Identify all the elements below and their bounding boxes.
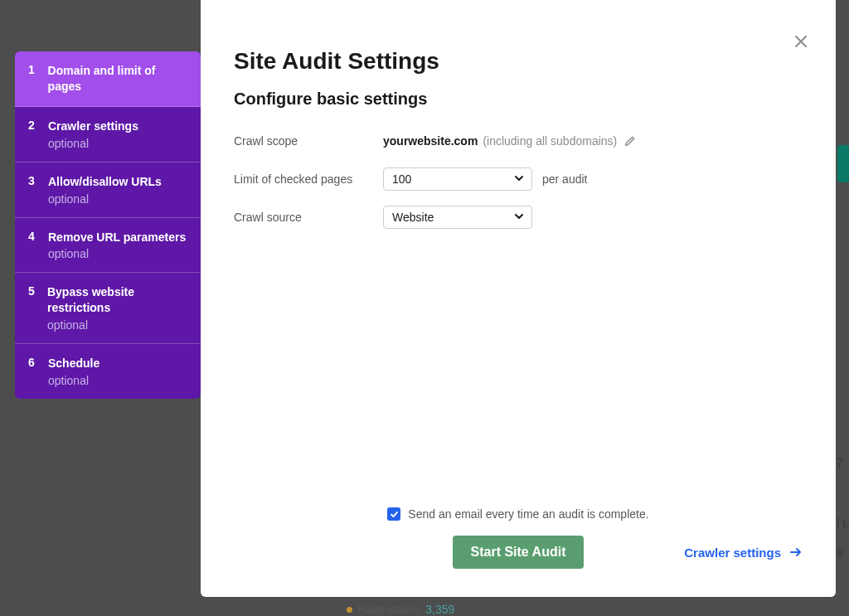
- step-number: 4: [28, 230, 38, 243]
- email-checkbox[interactable]: [387, 507, 400, 521]
- sidebar-item-bypass-restrictions[interactable]: 5 Bypass website restrictions optional: [15, 273, 201, 344]
- start-site-audit-button[interactable]: Start Site Audit: [453, 536, 585, 569]
- step-number: 6: [28, 356, 38, 369]
- sidebar-item-remove-url-params[interactable]: 4 Remove URL parameters optional: [15, 218, 201, 274]
- step-subtitle: optional: [48, 374, 99, 387]
- modal-footer: Send an email every time an audit is com…: [201, 507, 836, 597]
- background-right-text: 7 l L 8: [837, 448, 849, 569]
- sidebar-item-domain-limit[interactable]: 1 Domain and limit of pages: [15, 51, 201, 107]
- step-number: 2: [28, 119, 38, 132]
- close-icon: [793, 33, 809, 50]
- background-have-issues: Have issues 3,359: [347, 603, 454, 616]
- crawl-scope-value: yourwebsite.com: [383, 134, 478, 148]
- crawl-source-select[interactable]: Website: [383, 206, 532, 229]
- step-title: Crawler settings: [48, 119, 138, 134]
- modal-body: Site Audit Settings Configure basic sett…: [201, 0, 836, 507]
- step-subtitle: optional: [48, 247, 186, 260]
- email-checkbox-label: Send an email every time an audit is com…: [408, 507, 648, 521]
- step-title: Schedule: [48, 356, 99, 371]
- sidebar-item-schedule[interactable]: 6 Schedule optional: [15, 344, 201, 399]
- edit-crawl-scope-button[interactable]: [623, 135, 636, 148]
- step-title: Domain and limit of pages: [48, 63, 187, 95]
- crawl-scope-note: (including all subdomains): [483, 134, 617, 148]
- checkmark-icon: [390, 510, 399, 519]
- crawl-source-label: Crawl source: [234, 211, 383, 224]
- crawl-source-row: Crawl source Website: [234, 206, 803, 229]
- crawl-scope-row: Crawl scope yourwebsite.com (including a…: [234, 129, 803, 153]
- sidebar-item-crawler-settings[interactable]: 2 Crawler settings optional: [15, 107, 201, 162]
- limit-suffix: per audit: [542, 172, 587, 186]
- modal-title: Site Audit Settings: [234, 48, 803, 75]
- step-title: Bypass website restrictions: [47, 284, 187, 316]
- close-button[interactable]: [793, 33, 809, 50]
- sidebar-item-allow-disallow[interactable]: 3 Allow/disallow URLs optional: [15, 162, 201, 218]
- limit-row: Limit of checked pages 100 per audit: [234, 167, 803, 191]
- crawl-scope-label: Crawl scope: [234, 134, 383, 148]
- crawler-settings-link[interactable]: Crawler settings: [684, 546, 803, 560]
- step-number: 1: [28, 63, 38, 76]
- pencil-icon: [623, 135, 636, 148]
- arrow-right-icon: [789, 546, 803, 559]
- step-title: Allow/disallow URLs: [48, 174, 162, 190]
- limit-select-value: 100: [392, 172, 411, 186]
- step-title: Remove URL parameters: [48, 230, 186, 245]
- step-subtitle: optional: [48, 192, 162, 206]
- settings-modal: Site Audit Settings Configure basic sett…: [201, 0, 836, 597]
- limit-label: Limit of checked pages: [234, 172, 383, 186]
- email-checkbox-row: Send an email every time an audit is com…: [234, 507, 803, 521]
- crawler-settings-link-label: Crawler settings: [684, 546, 781, 560]
- limit-select[interactable]: 100: [383, 167, 532, 191]
- step-subtitle: optional: [47, 318, 187, 332]
- background-strip: [837, 145, 849, 182]
- step-number: 5: [28, 284, 37, 298]
- modal-subtitle: Configure basic settings: [234, 90, 803, 109]
- step-subtitle: optional: [48, 137, 138, 150]
- step-number: 3: [28, 174, 38, 187]
- settings-steps-sidebar: 1 Domain and limit of pages 2 Crawler se…: [15, 51, 201, 399]
- crawl-source-select-value: Website: [392, 211, 434, 224]
